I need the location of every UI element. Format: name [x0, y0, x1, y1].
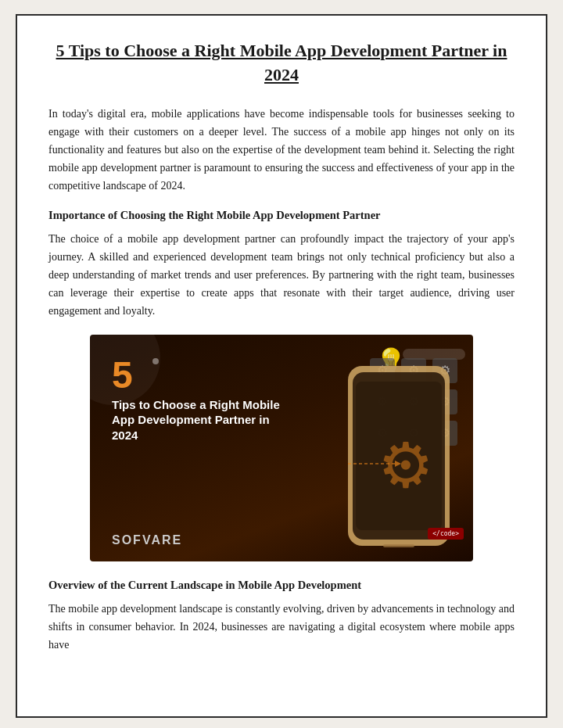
infographic-brand: SOFVARE	[112, 533, 182, 547]
page-container: 5 Tips to Choose a Right Mobile App Deve…	[16, 14, 547, 718]
section2-heading: Overview of the Current Landscape in Mob…	[48, 579, 515, 592]
infographic-right: 💡 ⚙ ⚙ ⚙ ⚙ ⚙ ⚙ ⚙ ⚙ ⚙	[301, 335, 473, 561]
circle-small	[152, 358, 159, 364]
svg-text:⚙: ⚙	[378, 432, 434, 500]
infographic: 5 Tips to Choose a Right Mobile App Deve…	[90, 335, 473, 561]
intro-paragraph: In today's digital era, mobile applicati…	[48, 105, 515, 195]
article-title: 5 Tips to Choose a Right Mobile App Deve…	[48, 39, 515, 88]
section2-body: The mobile app development landscape is …	[48, 600, 515, 654]
svg-rect-3	[383, 544, 414, 547]
infographic-left: 5 Tips to Choose a Right Mobile App Deve…	[90, 335, 301, 561]
infographic-container: 5 Tips to Choose a Right Mobile App Deve…	[48, 335, 515, 561]
infographic-tagline: Tips to Choose a Right Mobile App Develo…	[112, 397, 285, 443]
section1-heading: Importance of Choosing the Right Mobile …	[48, 209, 515, 222]
code-badge: </code>	[428, 528, 464, 540]
circle-decoration	[90, 335, 160, 405]
section1-body: The choice of a mobile app development p…	[48, 230, 515, 320]
